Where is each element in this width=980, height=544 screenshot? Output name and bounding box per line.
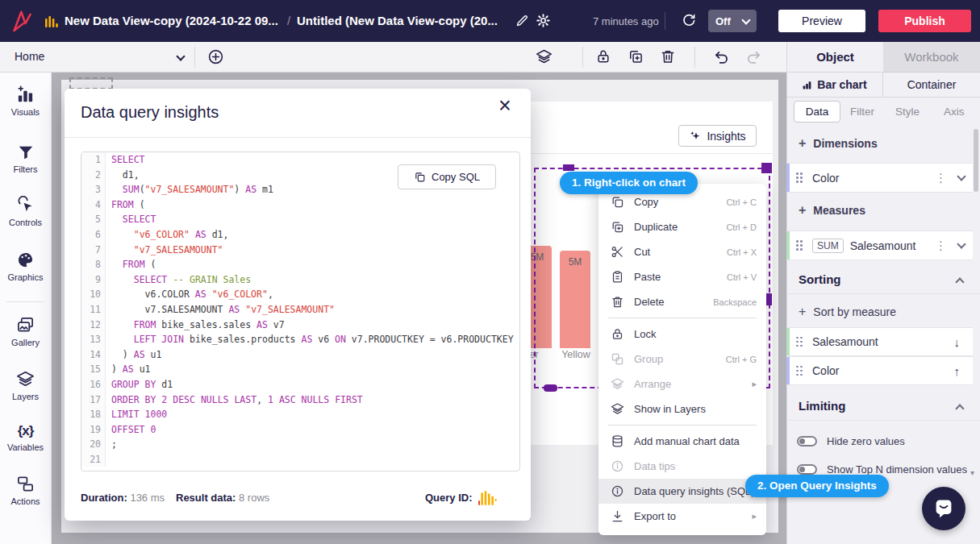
support-chat-button[interactable] <box>922 487 965 530</box>
tutorial-step-2: 2. Open Query Insights <box>745 475 889 497</box>
context-menu-item-export-to[interactable]: Export to▸ <box>598 504 766 529</box>
context-menu-item-data-query-insights-sql[interactable]: Data query insights (SQL) <box>598 479 766 504</box>
limiting-section-header[interactable]: Limiting <box>799 399 845 413</box>
sidebar-item-graphics[interactable]: Graphics <box>0 251 51 282</box>
sql-code-viewer[interactable]: 1SELECT2 d1,3 SUM("v7_SALESAMOUNT") AS m… <box>81 152 520 471</box>
panel-scrollbar[interactable] <box>974 129 978 192</box>
breadcrumb-dashboard[interactable]: Untitled (New Data View-copy (20... <box>297 14 498 27</box>
sql-code: ) AS u1 <box>106 347 161 363</box>
tab-data[interactable]: Data <box>794 101 840 123</box>
sql-line: 13 LEFT JOIN bike_sales.products AS v6 O… <box>81 332 519 347</box>
line-number: 13 <box>81 332 106 347</box>
sidebar-item-gallery[interactable]: Gallery <box>0 316 51 347</box>
context-menu-item-show-in-layers[interactable]: Show in Layers <box>598 397 766 421</box>
drag-handle-icon[interactable] <box>796 240 803 251</box>
drag-handle-icon[interactable] <box>796 337 803 347</box>
sidebar-item-variables[interactable]: {x} Variables <box>0 423 51 452</box>
kebab-menu-icon[interactable]: ⋮ <box>935 171 947 185</box>
tab-workbook[interactable]: Workbook <box>883 42 980 73</box>
context-menu-item-cut[interactable]: CutCtrl + X <box>598 239 766 264</box>
add-measure-button[interactable]: +Measures <box>799 203 865 218</box>
settings-gear-icon[interactable] <box>536 13 551 28</box>
page-selector[interactable]: Home <box>15 50 44 63</box>
sort-asc-icon[interactable]: ↑ <box>954 364 961 378</box>
layers-toolbar-icon[interactable] <box>536 48 553 65</box>
kebab-menu-icon[interactable]: ⋮ <box>935 239 947 253</box>
hide-zero-values-toggle[interactable] <box>797 436 817 446</box>
menu-shortcut: Ctrl + G <box>726 355 757 364</box>
aggregation-badge[interactable]: SUM <box>812 239 844 253</box>
sidebar-item-layers[interactable]: Layers <box>0 370 51 401</box>
sidebar-item-label: Actions <box>0 496 51 506</box>
database-icon <box>611 434 624 448</box>
widget-tab-bar-chart[interactable]: Bar chart <box>786 73 883 98</box>
chevron-down-icon[interactable] <box>957 239 965 248</box>
lock-toolbar-icon[interactable] <box>595 48 611 64</box>
sql-line: 11 v7.SALESAMOUNT AS "v7_SALESAMOUNT" <box>81 302 519 318</box>
sort-item-salesamount[interactable]: Salesamount ↓ <box>786 327 973 356</box>
chat-bubble-icon <box>932 496 956 521</box>
edit-pencil-icon[interactable] <box>515 13 530 28</box>
preview-button[interactable]: Preview <box>778 10 865 32</box>
measure-accent <box>786 328 790 355</box>
publish-button[interactable]: Publish <box>878 10 971 32</box>
tab-object[interactable]: Object <box>786 42 883 73</box>
tab-filter[interactable]: Filter <box>850 106 874 118</box>
add-item-icon[interactable] <box>207 48 224 65</box>
tab-axis[interactable]: Axis <box>944 106 965 118</box>
show-top-n-toggle[interactable] <box>797 464 817 475</box>
context-menu-item-lock[interactable]: Lock <box>598 322 766 347</box>
refresh-icon[interactable] <box>681 13 696 28</box>
sort-item-color[interactable]: Color ↑ <box>786 356 973 385</box>
context-menu-item-delete[interactable]: DeleteBackspace <box>598 289 766 314</box>
auto-refresh-dropdown[interactable]: Off <box>708 10 757 32</box>
drag-handle-icon[interactable] <box>796 366 803 376</box>
copy-sql-button[interactable]: Copy SQL <box>398 164 496 189</box>
dimension-item-color[interactable]: Color ⋮ <box>786 163 973 193</box>
sql-code: ; <box>106 437 117 452</box>
widget-tab-container[interactable]: Container <box>883 73 980 98</box>
sidebar-item-controls[interactable]: Controls <box>0 196 51 227</box>
context-menu-item-duplicate[interactable]: DuplicateCtrl + D <box>598 214 766 239</box>
line-number: 18 <box>81 407 106 422</box>
sort-desc-icon[interactable]: ↓ <box>954 335 961 349</box>
sql-code <box>106 452 117 467</box>
selection-handle[interactable] <box>765 293 772 305</box>
scrollbar-down-arrow[interactable]: ▾ <box>970 468 974 477</box>
context-menu-item-add-manual-chart-data[interactable]: Add manual chart data <box>598 429 766 454</box>
measure-item-salesamount[interactable]: SUM Salesamount ⋮ <box>786 230 973 260</box>
line-number: 16 <box>81 377 106 392</box>
sql-code: LEFT JOIN bike_sales.products AS v6 ON v… <box>106 332 514 347</box>
sort-by-measure-button[interactable]: +Sort by measure <box>799 305 896 319</box>
redo-icon[interactable] <box>745 48 762 65</box>
plus-icon: + <box>799 203 806 217</box>
sorting-section-header[interactable]: Sorting <box>799 272 841 286</box>
layers-icon <box>16 370 35 388</box>
tab-style[interactable]: Style <box>895 106 920 118</box>
line-number: 12 <box>81 318 106 333</box>
add-dimension-button[interactable]: +Dimensions <box>799 136 878 151</box>
undo-icon[interactable] <box>713 48 730 65</box>
context-menu-item-data-tips: Data tips <box>598 454 766 479</box>
sql-line: 10 v6.COLOR AS "v6_COLOR", <box>81 287 519 302</box>
sidebar-item-visuals[interactable]: Visuals <box>0 85 51 117</box>
drag-handle-icon[interactable] <box>796 172 803 183</box>
auto-refresh-value: Off <box>715 15 731 27</box>
insights-button[interactable]: Insights <box>678 125 757 147</box>
line-number: 19 <box>81 422 106 438</box>
context-menu-item-paste[interactable]: PasteCtrl + V <box>598 264 766 289</box>
sidebar-item-filters[interactable]: Filters <box>0 143 51 174</box>
selection-handle[interactable] <box>563 164 574 171</box>
delete-toolbar-icon[interactable] <box>660 48 676 64</box>
breadcrumb-dataset[interactable]: New Data View-copy (2024-10-22 09... <box>65 14 278 27</box>
chevron-down-icon[interactable] <box>957 172 965 181</box>
sidebar-item-actions[interactable]: Actions <box>0 475 51 506</box>
menu-item-label: Duplicate <box>634 221 726 233</box>
selection-handle[interactable] <box>544 384 557 392</box>
menu-shortcut: Ctrl + X <box>727 247 757 257</box>
duplicate-toolbar-icon[interactable] <box>628 48 644 64</box>
menu-item-label: Delete <box>634 296 713 308</box>
selection-handle[interactable] <box>761 163 772 173</box>
modal-header-divider <box>65 137 531 138</box>
close-icon[interactable]: × <box>498 95 511 117</box>
